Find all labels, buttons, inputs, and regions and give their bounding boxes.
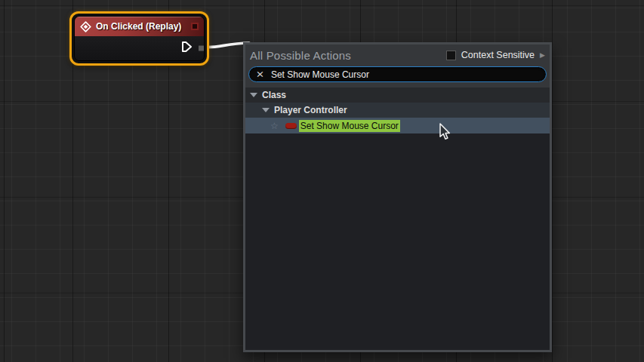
all-actions-menu: All Possible Actions Context Sensitive ▶… bbox=[243, 42, 552, 352]
tree-row-class[interactable]: Class bbox=[245, 87, 550, 103]
search-input[interactable] bbox=[271, 69, 539, 80]
node-header[interactable]: On Clicked (Replay) bbox=[75, 17, 204, 36]
wire-connection-nub bbox=[199, 46, 204, 51]
node-selection-outline: On Clicked (Replay) bbox=[69, 11, 209, 66]
menu-header: All Possible Actions Context Sensitive ▶ bbox=[245, 44, 550, 66]
subcategory-label: Player Controller bbox=[274, 105, 347, 115]
favorite-star-icon[interactable]: ☆ bbox=[270, 121, 279, 130]
expanded-arrow-icon[interactable] bbox=[262, 108, 270, 112]
tree-row-set-show-mouse-cursor[interactable]: ☆ Set Show Mouse Cursor bbox=[245, 118, 550, 133]
context-sensitive-label: Context Sensitive bbox=[461, 50, 535, 60]
context-sensitive-checkbox[interactable] bbox=[446, 51, 456, 60]
menu-title: All Possible Actions bbox=[250, 49, 351, 62]
clear-search-icon[interactable]: ✕ bbox=[256, 69, 264, 78]
node-body bbox=[75, 36, 204, 60]
context-sensitive-control[interactable]: Context Sensitive ▶ bbox=[446, 50, 545, 60]
event-node-on-clicked[interactable]: On Clicked (Replay) bbox=[74, 16, 205, 61]
action-label: Set Show Mouse Cursor bbox=[299, 120, 400, 132]
chevron-right-icon[interactable]: ▶ bbox=[540, 52, 545, 59]
bool-variable-icon bbox=[285, 123, 297, 129]
menu-empty-area bbox=[245, 133, 550, 350]
tree-row-player-controller[interactable]: Player Controller bbox=[245, 103, 550, 118]
actions-tree: Class Player Controller ☆ Set Show Mouse… bbox=[245, 87, 550, 350]
category-label: Class bbox=[262, 90, 286, 100]
expanded-arrow-icon[interactable] bbox=[250, 93, 257, 97]
search-row: ✕ bbox=[245, 66, 550, 87]
replay-indicator-icon bbox=[191, 23, 199, 30]
exec-output-pin[interactable] bbox=[181, 41, 193, 56]
event-diamond-icon bbox=[80, 21, 91, 32]
node-title: On Clicked (Replay) bbox=[96, 21, 181, 32]
search-box[interactable]: ✕ bbox=[248, 66, 547, 82]
